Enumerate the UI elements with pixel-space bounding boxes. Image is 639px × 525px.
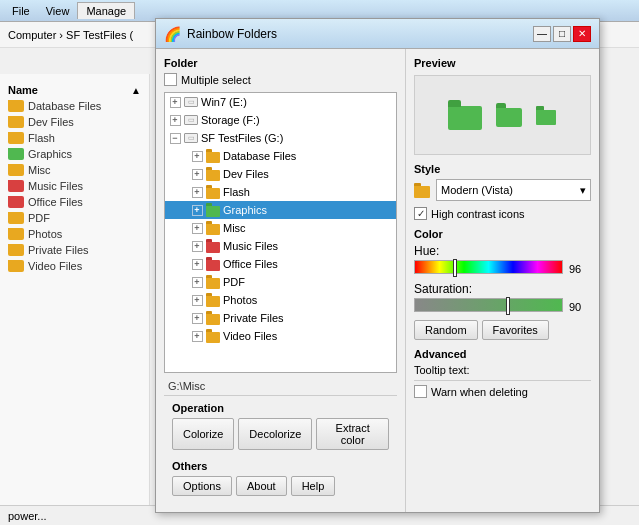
sat-slider[interactable] (414, 298, 563, 312)
advanced-section: Advanced Tooltip text: Warn when deletin… (414, 348, 591, 398)
dialog-title-area: 🌈 Rainbow Folders (164, 26, 277, 42)
operation-section: Operation Colorize Decolorize Extract co… (164, 395, 397, 456)
folder-icon-flash (205, 185, 221, 199)
multiple-select-checkbox[interactable] (164, 73, 177, 86)
expand-flash[interactable]: + (189, 184, 205, 200)
sidebar-item-graphics[interactable]: Graphics (0, 146, 149, 162)
tree-item-storage[interactable]: + ▭ Storage (F:) (165, 111, 396, 129)
folder-icon-misc (205, 221, 221, 235)
multiple-select-row: Multiple select (164, 73, 397, 86)
tree-item-misc[interactable]: + Misc (165, 219, 396, 237)
tab-file[interactable]: File (4, 3, 38, 19)
expand-video[interactable]: + (189, 328, 205, 344)
sidebar-item-music-files[interactable]: Music Files (0, 178, 149, 194)
preview-folder-large-icon (448, 100, 484, 130)
expand-dev[interactable]: + (189, 166, 205, 182)
advanced-label: Advanced (414, 348, 591, 360)
folder-icon (8, 148, 24, 160)
expand-storage[interactable]: + (167, 112, 183, 128)
sat-thumb[interactable] (506, 297, 510, 315)
tree-item-flash[interactable]: + Flash (165, 183, 396, 201)
folder-icon (8, 260, 24, 272)
operation-label: Operation (172, 402, 389, 414)
style-dropdown-value: Modern (Vista) (441, 184, 513, 196)
expand-pdf[interactable]: + (189, 274, 205, 290)
dialog-app-icon: 🌈 (164, 26, 181, 42)
drive-icon-sftestfiles: ▭ (183, 132, 199, 144)
tree-item-dev-files[interactable]: + Dev Files (165, 165, 396, 183)
style-select-row: Modern (Vista) ▾ (414, 179, 591, 201)
tree-item-private-files[interactable]: + Private Files (165, 309, 396, 327)
sidebar-item-video-files[interactable]: Video Files (0, 258, 149, 274)
help-button[interactable]: Help (291, 476, 336, 496)
extract-color-button[interactable]: Extract color (316, 418, 389, 450)
sidebar-item-office-files[interactable]: Office Files (0, 194, 149, 210)
sidebar-header: Name ▲ (0, 82, 149, 98)
tree-item-win7[interactable]: + ▭ Win7 (E:) (165, 93, 396, 111)
tree-item-photos[interactable]: + Photos (165, 291, 396, 309)
close-button[interactable]: ✕ (573, 26, 591, 42)
about-button[interactable]: About (236, 476, 287, 496)
style-label: Style (414, 163, 591, 175)
high-contrast-row: ✓ High contrast icons (414, 207, 591, 220)
expand-misc[interactable]: + (189, 220, 205, 236)
hue-thumb[interactable] (453, 259, 457, 277)
style-dropdown[interactable]: Modern (Vista) ▾ (436, 179, 591, 201)
expand-office[interactable]: + (189, 256, 205, 272)
expand-photos[interactable]: + (189, 292, 205, 308)
tree-item-music-files[interactable]: + Music Files (165, 237, 396, 255)
tab-view[interactable]: View (38, 3, 78, 19)
folder-tree[interactable]: + ▭ Win7 (E:) + ▭ Storage (F:) (164, 92, 397, 373)
folder-icon (8, 180, 24, 192)
options-button[interactable]: Options (172, 476, 232, 496)
hue-slider[interactable] (414, 260, 563, 274)
folder-icon-music (205, 239, 221, 253)
random-button[interactable]: Random (414, 320, 478, 340)
sidebar-item-private-files[interactable]: Private Files (0, 242, 149, 258)
chevron-down-icon: ▾ (580, 184, 586, 197)
expand-database[interactable]: + (189, 148, 205, 164)
tree-label-dev: Dev Files (223, 168, 269, 180)
tooltip-row: Tooltip text: (414, 364, 591, 376)
tree-item-database-files[interactable]: + Database Files (165, 147, 396, 165)
favorites-button[interactable]: Favorites (482, 320, 549, 340)
sidebar-item-pdf[interactable]: PDF (0, 210, 149, 226)
folder-label: Folder (164, 57, 397, 69)
sidebar-item-misc[interactable]: Misc (0, 162, 149, 178)
tree-label-video: Video Files (223, 330, 277, 342)
style-folder-icon (414, 183, 432, 198)
expand-win7[interactable]: + (167, 94, 183, 110)
tree-label-music: Music Files (223, 240, 278, 252)
high-contrast-checkbox[interactable]: ✓ (414, 207, 427, 220)
expand-private[interactable]: + (189, 310, 205, 326)
decolorize-button[interactable]: Decolorize (238, 418, 312, 450)
sat-value: 90 (569, 301, 591, 313)
tree-item-video-files[interactable]: + Video Files (165, 327, 396, 345)
minimize-button[interactable]: — (533, 26, 551, 42)
others-buttons: Options About Help (172, 476, 389, 496)
warn-checkbox[interactable] (414, 385, 427, 398)
tree-label-photos: Photos (223, 294, 257, 306)
rainbow-folders-dialog: 🌈 Rainbow Folders — □ ✕ Folder Multiple … (155, 18, 600, 513)
sidebar-item-flash[interactable]: Flash (0, 130, 149, 146)
maximize-button[interactable]: □ (553, 26, 571, 42)
expand-graphics[interactable]: + (189, 202, 205, 218)
expand-music[interactable]: + (189, 238, 205, 254)
tree-label-flash: Flash (223, 186, 250, 198)
hue-value: 96 (569, 263, 591, 275)
sidebar-item-database-files[interactable]: Database Files (0, 98, 149, 114)
titlebar-buttons: — □ ✕ (533, 26, 591, 42)
colorize-button[interactable]: Colorize (172, 418, 234, 450)
tree-item-pdf[interactable]: + PDF (165, 273, 396, 291)
tree-item-graphics[interactable]: + Graphics (165, 201, 396, 219)
sidebar-item-dev-files[interactable]: Dev Files (0, 114, 149, 130)
expand-sftestfiles[interactable]: − (167, 130, 183, 146)
tab-manage[interactable]: Manage (77, 2, 135, 19)
folder-icon-photos (205, 293, 221, 307)
status-text: power... (8, 510, 47, 522)
tree-item-office-files[interactable]: + Office Files (165, 255, 396, 273)
sidebar-item-photos[interactable]: Photos (0, 226, 149, 242)
preview-section: Preview (414, 57, 591, 155)
tree-item-sftestfiles[interactable]: − ▭ SF TestFiles (G:) (165, 129, 396, 147)
tree-label-database: Database Files (223, 150, 296, 162)
